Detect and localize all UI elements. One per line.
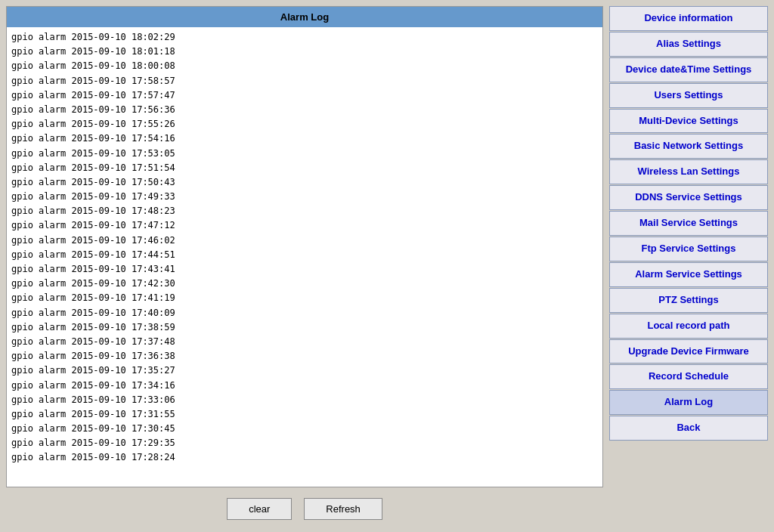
log-line: gpio alarm 2015-09-10 17:49:33 <box>11 190 598 204</box>
nav-button-mail-service-settings[interactable]: Mail Service Settings <box>609 211 768 236</box>
clear-button[interactable]: clear <box>227 498 292 520</box>
nav-button-basic-network-settings[interactable]: Basic Network Settings <box>609 134 768 159</box>
log-content[interactable]: gpio alarm 2015-09-10 18:02:29gpio alarm… <box>7 27 602 487</box>
log-line: gpio alarm 2015-09-10 17:41:19 <box>11 291 598 305</box>
nav-button-wireless-lan-settings[interactable]: Wireless Lan Settings <box>609 159 768 184</box>
log-line: gpio alarm 2015-09-10 17:28:24 <box>11 450 598 465</box>
nav-button-users-settings[interactable]: Users Settings <box>609 83 768 108</box>
nav-button-back[interactable]: Back <box>609 416 768 441</box>
nav-button-ptz-settings[interactable]: PTZ Settings <box>609 288 768 313</box>
log-line: gpio alarm 2015-09-10 18:00:08 <box>11 59 598 73</box>
nav-button-alarm-log[interactable]: Alarm Log <box>609 390 768 415</box>
log-line: gpio alarm 2015-09-10 17:53:05 <box>11 147 598 161</box>
log-container: Alarm Log gpio alarm 2015-09-10 18:02:29… <box>6 6 603 487</box>
log-title: Alarm Log <box>7 7 602 27</box>
log-line: gpio alarm 2015-09-10 17:35:27 <box>11 363 598 378</box>
nav-button-ftp-service-settings[interactable]: Ftp Service Settings <box>609 237 768 261</box>
log-line: gpio alarm 2015-09-10 17:33:06 <box>11 393 598 407</box>
log-line: gpio alarm 2015-09-10 17:50:43 <box>11 175 598 190</box>
log-line: gpio alarm 2015-09-10 18:01:18 <box>11 45 598 59</box>
nav-button-device-information[interactable]: Device information <box>609 6 768 31</box>
nav-button-alarm-service-settings[interactable]: Alarm Service Settings <box>609 262 768 287</box>
log-line: gpio alarm 2015-09-10 18:02:29 <box>11 30 598 45</box>
nav-button-upgrade-device-firmware[interactable]: Upgrade Device Firmware <box>609 339 768 364</box>
nav-button-local-record-path[interactable]: Local record path <box>609 314 768 339</box>
left-panel: Alarm Log gpio alarm 2015-09-10 18:02:29… <box>6 6 603 526</box>
log-line: gpio alarm 2015-09-10 17:54:16 <box>11 131 598 146</box>
log-line: gpio alarm 2015-09-10 17:30:45 <box>11 422 598 436</box>
log-line: gpio alarm 2015-09-10 17:43:41 <box>11 262 598 277</box>
nav-button-record-schedule[interactable]: Record Schedule <box>609 364 768 389</box>
log-line: gpio alarm 2015-09-10 17:51:54 <box>11 161 598 175</box>
nav-button-alias-settings[interactable]: Alias Settings <box>609 32 768 57</box>
nav-button-multi-device-settings[interactable]: Multi-Device Settings <box>609 109 768 134</box>
log-line: gpio alarm 2015-09-10 17:55:26 <box>11 117 598 131</box>
log-line: gpio alarm 2015-09-10 17:58:57 <box>11 74 598 88</box>
log-line: gpio alarm 2015-09-10 17:34:16 <box>11 379 598 393</box>
log-line: gpio alarm 2015-09-10 17:48:23 <box>11 204 598 218</box>
log-line: gpio alarm 2015-09-10 17:46:02 <box>11 234 598 248</box>
log-line: gpio alarm 2015-09-10 17:36:38 <box>11 349 598 363</box>
log-line: gpio alarm 2015-09-10 17:47:12 <box>11 218 598 233</box>
button-bar: clear Refresh <box>6 492 603 526</box>
refresh-button[interactable]: Refresh <box>304 498 382 520</box>
log-line: gpio alarm 2015-09-10 17:29:35 <box>11 436 598 450</box>
main-container: Alarm Log gpio alarm 2015-09-10 18:02:29… <box>0 0 774 532</box>
log-line: gpio alarm 2015-09-10 17:38:59 <box>11 320 598 335</box>
nav-button-device-datetime-settings[interactable]: Device date&Time Settings <box>609 57 768 82</box>
nav-button-ddns-service-settings[interactable]: DDNS Service Settings <box>609 185 768 210</box>
log-line: gpio alarm 2015-09-10 17:40:09 <box>11 306 598 320</box>
log-line: gpio alarm 2015-09-10 17:56:36 <box>11 103 598 117</box>
log-line: gpio alarm 2015-09-10 17:42:30 <box>11 277 598 291</box>
log-line: gpio alarm 2015-09-10 17:37:48 <box>11 335 598 349</box>
log-line: gpio alarm 2015-09-10 17:31:55 <box>11 407 598 422</box>
log-line: gpio alarm 2015-09-10 17:57:47 <box>11 88 598 103</box>
log-line: gpio alarm 2015-09-10 17:44:51 <box>11 248 598 262</box>
right-panel: Device informationAlias SettingsDevice d… <box>609 6 768 526</box>
